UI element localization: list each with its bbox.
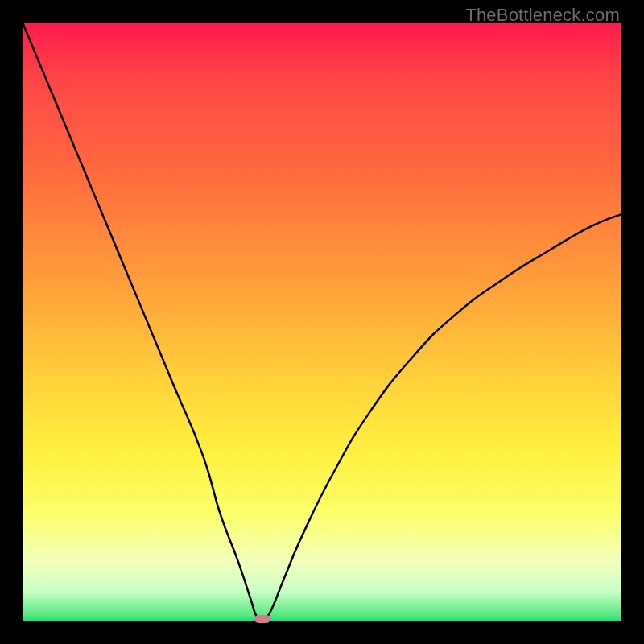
plot-area (23, 23, 621, 621)
bottleneck-curve (23, 23, 621, 621)
optimal-point-marker (254, 615, 270, 623)
chart-frame: TheBottleneck.com (0, 0, 644, 644)
